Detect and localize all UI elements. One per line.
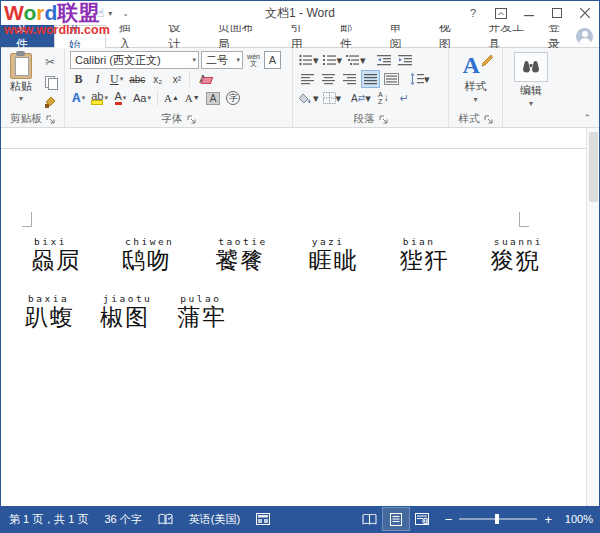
chevron-down-icon[interactable]: ▾ [337, 54, 343, 67]
chevron-down-icon[interactable]: ▾ [365, 92, 371, 105]
zoom-percentage[interactable]: 100% [559, 513, 593, 525]
clipboard-dialog-launcher-icon[interactable] [46, 115, 55, 124]
ruby-word[interactable]: jiaotu 椒图 [100, 293, 152, 330]
chevron-down-icon[interactable]: ▾ [473, 95, 477, 104]
font-name-combobox[interactable]: Calibri (西文正文) ▾ [70, 51, 199, 69]
strikethrough-button[interactable]: abc [127, 70, 147, 88]
chevron-down-icon[interactable]: ▾ [120, 75, 124, 83]
character-border-button[interactable]: A [264, 51, 281, 69]
macro-record-icon[interactable] [248, 513, 278, 525]
qat-customize-icon[interactable]: ⌄ [122, 9, 129, 18]
ruby-word[interactable]: pulao 蒲牢 [177, 293, 227, 330]
scrollbar-thumb[interactable] [589, 132, 598, 202]
ruby-word[interactable]: chiwen 鸱吻 [122, 236, 174, 273]
copy-button[interactable] [40, 73, 60, 91]
bold-button[interactable]: B [70, 70, 87, 88]
font-dialog-launcher-icon[interactable] [187, 115, 196, 124]
tab-page-layout[interactable]: 页面布局 [205, 25, 278, 47]
chevron-down-icon[interactable]: ▾ [360, 54, 366, 67]
read-mode-button[interactable] [357, 508, 383, 530]
web-layout-button[interactable] [409, 508, 435, 530]
vertical-scrollbar[interactable] [586, 128, 599, 506]
shading-button[interactable]: ▾ [298, 89, 320, 107]
chevron-down-icon[interactable]: ▾ [313, 54, 319, 67]
sort-button[interactable]: AZ ↓ [374, 89, 393, 107]
paste-dropdown-icon[interactable]: ▾ [19, 94, 23, 103]
chevron-down-icon[interactable]: ▾ [104, 94, 108, 102]
borders-button[interactable]: ▾ [322, 89, 343, 107]
format-painter-button[interactable] [40, 93, 60, 111]
ruby-word[interactable]: yazi 睚眦 [309, 236, 359, 273]
maximize-icon[interactable] [543, 1, 571, 25]
chevron-down-icon[interactable]: ▾ [529, 99, 533, 108]
tab-mailings[interactable]: 邮件 [327, 25, 376, 47]
touch-mode-dropdown-icon[interactable]: ▾ [108, 9, 112, 18]
bullets-button[interactable]: ▾ [298, 51, 320, 69]
collapse-ribbon-icon[interactable]: ⌃ [583, 113, 591, 123]
help-icon[interactable]: ? [459, 1, 487, 25]
chevron-down-icon[interactable]: ▾ [82, 94, 86, 102]
tab-developer[interactable]: 开发工具 [475, 25, 548, 47]
chevron-down-icon[interactable]: ▾ [313, 92, 319, 105]
tab-view[interactable]: 视图 [426, 25, 475, 47]
chevron-down-icon[interactable]: ▾ [189, 56, 196, 64]
zoom-slider[interactable] [459, 518, 537, 520]
sign-in[interactable]: 登录 [548, 25, 599, 47]
tab-insert[interactable]: 插入 [106, 25, 155, 47]
multilevel-list-button[interactable]: ▾ [345, 51, 367, 69]
word-count[interactable]: 36 个字 [96, 512, 149, 527]
align-center-button[interactable] [319, 70, 338, 88]
tab-file[interactable]: 文件 [1, 25, 54, 47]
tab-design[interactable]: 设计 [155, 25, 204, 47]
distribute-button[interactable] [382, 70, 401, 88]
show-hide-marks-button[interactable]: ↵ [395, 89, 414, 107]
enclose-characters-button[interactable]: 字 [224, 89, 242, 107]
zoom-in-button[interactable]: + [544, 513, 552, 526]
ribbon-display-options-icon[interactable] [487, 1, 515, 25]
ruby-word[interactable]: bian 狴犴 [400, 236, 450, 273]
grow-font-button[interactable]: A▲ [162, 89, 181, 107]
tab-home[interactable]: 开始 [54, 25, 105, 48]
superscript-button[interactable]: x² [168, 70, 185, 88]
align-left-button[interactable] [298, 70, 317, 88]
close-icon[interactable] [571, 1, 599, 25]
text-highlight-button[interactable]: ab▾ [89, 89, 110, 107]
change-case-button[interactable]: Aa▾ [131, 89, 153, 107]
shrink-font-button[interactable]: A▼ [183, 89, 202, 107]
asian-layout-button[interactable]: A ⇄ ▾ [350, 89, 372, 107]
clear-formatting-button[interactable]: A [194, 70, 211, 88]
ruby-word[interactable]: taotie 饕餮 [215, 236, 267, 273]
touch-mode-icon[interactable]: ☝ [97, 6, 104, 20]
paragraph-dialog-launcher-icon[interactable] [379, 115, 388, 124]
chevron-down-icon[interactable]: ▾ [233, 56, 240, 64]
avatar[interactable] [576, 28, 593, 45]
numbering-button[interactable]: ▾ [322, 51, 344, 69]
font-size-combobox[interactable]: 二号 ▾ [201, 51, 243, 69]
text-effects-button[interactable]: A▾ [70, 89, 87, 107]
page-indicator[interactable]: 第 1 页，共 1 页 [9, 512, 96, 527]
justify-button[interactable] [361, 70, 380, 88]
line-spacing-button[interactable]: ▾ [409, 70, 431, 88]
align-right-button[interactable] [340, 70, 359, 88]
language-indicator[interactable]: 英语(美国) [181, 512, 248, 527]
cut-button[interactable]: ✂ [40, 53, 60, 71]
decrease-indent-button[interactable] [375, 51, 394, 69]
font-color-button[interactable]: A▾ [112, 89, 129, 107]
editing-button[interactable]: 编辑 ▾ [506, 50, 556, 127]
chevron-down-icon[interactable]: ▾ [147, 94, 151, 102]
zoom-slider-thumb[interactable] [495, 514, 499, 524]
document-canvas[interactable]: bixi 赑屃 chiwen 鸱吻 taotie 饕餮 yazi 睚眦 bian… [1, 128, 599, 506]
tab-references[interactable]: 引用 [278, 25, 327, 47]
chevron-down-icon[interactable]: ▾ [424, 73, 430, 86]
print-layout-button[interactable] [383, 508, 409, 530]
italic-button[interactable]: I [89, 70, 106, 88]
underline-button[interactable]: U▾ [108, 70, 125, 88]
chevron-down-icon[interactable]: ▾ [336, 92, 342, 105]
ruby-word[interactable]: baxia 趴蝮 [25, 293, 75, 330]
chevron-down-icon[interactable]: ▾ [123, 94, 127, 102]
ruby-word[interactable]: suanni 狻猊 [491, 236, 543, 273]
zoom-out-button[interactable]: − [445, 513, 453, 526]
phonetic-guide-button[interactable]: wén 文 [245, 51, 262, 69]
increase-indent-button[interactable] [396, 51, 415, 69]
proofing-status-icon[interactable] [150, 513, 181, 526]
